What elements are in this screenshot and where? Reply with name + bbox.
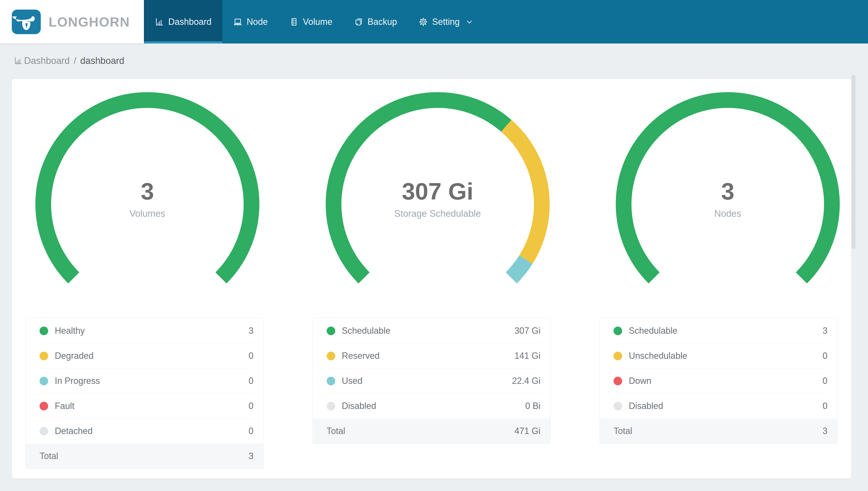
legend-label: Reserved: [342, 351, 515, 361]
legend-total-value: 3: [249, 451, 253, 461]
legend-table-volumes: Healthy3Degraded0In Progress0Fault0Detac…: [26, 318, 264, 469]
legend-label: Used: [342, 376, 512, 386]
legend-label: Disabled: [342, 401, 525, 411]
gauge-center-label: Volumes: [34, 208, 260, 219]
status-dot-icon: [614, 377, 622, 385]
gauges-row: 3 Volumes 307 Gi Storage Schedulable 3 N…: [12, 79, 851, 317]
legend-total-label: Total: [39, 451, 249, 461]
nav-item-label: Backup: [367, 17, 397, 27]
legend-total-label: Total: [614, 426, 823, 436]
legend-value: 0: [249, 376, 253, 386]
breadcrumb: Dashboard / dashboard: [0, 44, 868, 78]
gauge-center-label: Storage Schedulable: [325, 208, 551, 219]
legend-label: In Progress: [55, 376, 249, 386]
bar-chart-icon: [14, 56, 23, 65]
legend-row: Down0: [600, 368, 837, 394]
legend-table-storage: Schedulable307 GiReserved141 GiUsed22.4 …: [313, 318, 551, 444]
legend-value: 0: [249, 401, 253, 411]
legend-label: Healthy: [55, 326, 249, 336]
legend-label: Fault: [55, 401, 249, 411]
breadcrumb-separator: /: [74, 56, 76, 66]
legend-value: 0: [823, 351, 828, 361]
nav-item-label: Dashboard: [168, 17, 212, 27]
gauge-storage: 307 Gi Storage Schedulable: [325, 91, 551, 317]
logo[interactable]: LONGHORN: [0, 0, 144, 44]
longhorn-logo-icon: [11, 9, 41, 35]
status-dot-icon: [327, 402, 335, 410]
legend-row: Healthy3: [26, 318, 263, 343]
legend-row: Reserved141 Gi: [313, 343, 551, 368]
legends-row: Healthy3Degraded0In Progress0Fault0Detac…: [12, 318, 851, 469]
status-dot-icon: [327, 352, 335, 360]
vertical-scrollbar-thumb[interactable]: [851, 75, 856, 249]
legend-row: In Progress0: [26, 368, 263, 394]
status-dot-icon: [39, 326, 48, 335]
status-dot-icon: [39, 377, 48, 385]
legend-label: Unschedulable: [629, 351, 823, 361]
gauge-center-label: Nodes: [615, 208, 841, 219]
dashboard-card: 3 Volumes 307 Gi Storage Schedulable 3 N…: [12, 79, 851, 479]
legend-row: Schedulable307 Gi: [313, 318, 551, 343]
nav-item-label: Setting: [432, 17, 460, 27]
legend-row: Fault0: [26, 394, 263, 418]
legend-value: 141 Gi: [514, 351, 540, 361]
nav-item-label: Volume: [303, 17, 332, 27]
gauge-center-value: 3: [34, 178, 260, 205]
legend-row: Disabled0: [600, 394, 837, 418]
legend-row: Used22.4 Gi: [313, 368, 551, 394]
gear-icon: [418, 17, 428, 27]
legend-value: 0: [823, 376, 828, 386]
legend-value: 307 Gi: [514, 326, 540, 336]
legend-total-row: Total3: [26, 443, 263, 469]
status-dot-icon: [614, 352, 622, 360]
legend-value: 0 Bi: [525, 401, 540, 411]
legend-value: 22.4 Gi: [512, 376, 540, 386]
status-dot-icon: [327, 377, 335, 385]
legend-total-value: 471 Gi: [514, 426, 540, 436]
legend-value: 0: [249, 426, 253, 436]
laptop-icon: [233, 17, 242, 27]
chevron-down-icon: [465, 18, 473, 26]
legend-value: 3: [249, 326, 253, 336]
status-dot-icon: [614, 326, 622, 335]
nav-item-volume[interactable]: Volume: [279, 0, 343, 44]
legend-table-nodes: Schedulable3Unschedulable0Down0Disabled0…: [599, 318, 838, 444]
gauge-volumes: 3 Volumes: [34, 91, 260, 317]
copy-icon: [354, 17, 363, 27]
legend-row: Unschedulable0: [600, 343, 837, 368]
legend-label: Schedulable: [629, 326, 823, 336]
breadcrumb-section[interactable]: Dashboard: [24, 56, 70, 66]
nav-item-dashboard[interactable]: Dashboard: [144, 0, 222, 44]
legend-total-label: Total: [327, 426, 515, 436]
gauge-center-value: 3: [615, 178, 841, 205]
gauge-nodes: 3 Nodes: [615, 91, 841, 317]
legend-total-value: 3: [823, 426, 828, 436]
legend-total-row: Total3: [600, 418, 837, 443]
bar-chart-icon: [155, 17, 164, 27]
legend-value: 0: [249, 351, 253, 361]
gauge-center-value: 307 Gi: [325, 178, 551, 205]
legend-row: Disabled0 Bi: [313, 394, 551, 418]
legend-row: Degraded0: [26, 343, 263, 368]
top-navbar: LONGHORN Dashboard Node Volume: [0, 0, 868, 44]
nav-item-label: Node: [247, 17, 268, 27]
legend-label: Schedulable: [342, 326, 515, 336]
gauge-arc-segment: [511, 260, 526, 278]
legend-label: Down: [629, 376, 823, 386]
legend-label: Degraded: [55, 351, 249, 361]
breadcrumb-current-page: dashboard: [80, 56, 124, 66]
legend-row: Detached0: [26, 418, 263, 443]
legend-value: 0: [823, 401, 828, 411]
nav-item-backup[interactable]: Backup: [343, 0, 408, 44]
nav-item-setting[interactable]: Setting: [408, 0, 484, 44]
legend-total-row: Total471 Gi: [313, 418, 551, 443]
volume-stack-icon: [289, 17, 299, 27]
legend-label: Disabled: [629, 401, 823, 411]
status-dot-icon: [39, 352, 48, 360]
status-dot-icon: [39, 427, 48, 435]
legend-row: Schedulable3: [600, 318, 837, 343]
status-dot-icon: [327, 326, 335, 335]
legend-value: 3: [823, 326, 828, 336]
brand-name: LONGHORN: [49, 14, 130, 29]
nav-item-node[interactable]: Node: [222, 0, 279, 44]
